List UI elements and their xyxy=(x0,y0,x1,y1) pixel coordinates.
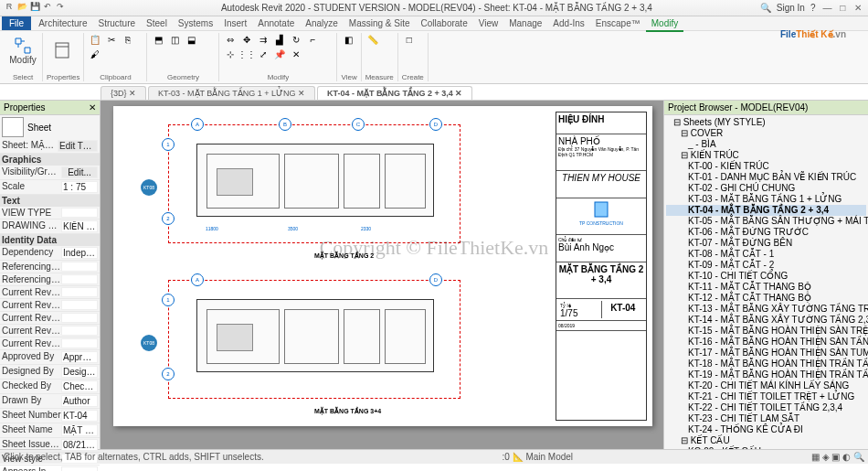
tree-node[interactable]: KT-18 - MẶT BẰNG HOÀN THIỆN TRẦN TẦNG T xyxy=(666,359,866,369)
tree-node[interactable]: ⊟ KIẾN TRÚC xyxy=(666,150,866,161)
tree-node[interactable]: KT-13 - MẶT BẰNG XÂY TƯỜNG TẦNG TRỆT + xyxy=(666,304,866,315)
prop-value[interactable] xyxy=(61,338,98,348)
tree-node[interactable]: KT-02 - GHI CHÚ CHUNG xyxy=(666,183,866,194)
move-icon[interactable]: ✥ xyxy=(239,33,254,46)
tree-node[interactable]: KT-09 - MẶT CẮT - 2 xyxy=(666,260,866,271)
sheet-view[interactable]: A B C D 1 2 11800 3500 2330 KT08 MẶT BẰN… xyxy=(113,106,652,426)
scale-icon[interactable]: ⤢ xyxy=(256,48,270,60)
offset-icon[interactable]: ⇉ xyxy=(256,33,270,46)
ribbon-tab-modify[interactable]: Modify xyxy=(646,16,683,32)
copy-icon[interactable]: ⎘ xyxy=(121,33,135,46)
delete-icon[interactable]: ✕ xyxy=(289,48,303,60)
ribbon-tab-annotate[interactable]: Annotate xyxy=(252,16,300,30)
properties-button[interactable] xyxy=(47,33,78,68)
tree-node[interactable]: KT-16 - MẶT BẰNG HOÀN THIỆN SÀN TẦNG 2, xyxy=(666,337,866,348)
tree-node[interactable]: KT-23 - CHI TIẾT LAM SẮT xyxy=(666,413,866,424)
prop-value[interactable]: Checker xyxy=(61,380,98,392)
ribbon-tab-steel[interactable]: Steel xyxy=(141,16,173,30)
paste-button[interactable]: 📋 xyxy=(88,33,102,46)
prop-value[interactable] xyxy=(61,274,98,284)
pin-icon[interactable]: 📌 xyxy=(272,48,287,60)
tree-node[interactable]: ⊟ Sheets (MY STYLE) xyxy=(666,117,866,128)
tree-node[interactable]: KT-11 - MẶT CẮT THANG BỘ xyxy=(666,282,866,293)
tree-node[interactable]: _ - BÌA xyxy=(666,139,866,150)
view-controls[interactable]: ▦ ◈ ▣ ◐ 🔍 xyxy=(811,452,864,462)
tree-node[interactable]: KT-07 - MẶT ĐỨNG BÊN xyxy=(666,238,866,249)
type-selector[interactable]: Sheet xyxy=(0,115,100,139)
tree-node[interactable]: KT-24 - THỐNG KÊ CỬA ĐI xyxy=(666,424,866,435)
tree-node[interactable]: ⊟ COVER xyxy=(666,128,866,139)
ribbon-tab-addins[interactable]: Add-Ins xyxy=(547,16,589,30)
tree-node[interactable]: KT-14 - MẶT BẰNG XÂY TƯỜNG TẦNG 2,3,4+S xyxy=(666,315,866,326)
tree-node[interactable]: KT-20 - CHI TIẾT MÁI KÍNH LẤY SÁNG xyxy=(666,380,866,391)
rotate-icon[interactable]: ↻ xyxy=(289,33,303,46)
tree-node[interactable]: KT-10 - CHI TIẾT CỔNG xyxy=(666,271,866,282)
search-icon[interactable]: 🔍 xyxy=(760,3,771,13)
ribbon-tab-systems[interactable]: Systems xyxy=(173,16,218,30)
main-model-label[interactable]: Main Model xyxy=(525,452,573,462)
redo-icon[interactable]: ↷ xyxy=(55,1,66,12)
tree-node[interactable]: KT-08 - MẶT CẮT - 1 xyxy=(666,249,866,260)
tree-node[interactable]: KC-00 - KẾT CẤU xyxy=(666,446,866,449)
ribbon-tab-insert[interactable]: Insert xyxy=(218,16,252,30)
close-icon[interactable]: ✕ xyxy=(852,3,864,13)
tree-node[interactable]: KT-03 - MẶT BẰNG TẦNG 1 + LỬNG xyxy=(666,194,866,205)
tree-node[interactable]: KT-05 - MẶT BẰNG SÂN THƯỢNG + MÁI TUM xyxy=(666,216,866,227)
view-tab[interactable]: KT-04 - MẶT BẰNG TẦNG 2 + 3,4 ✕ xyxy=(317,86,472,100)
ribbon-tab-manage[interactable]: Manage xyxy=(503,16,547,30)
file-tab[interactable]: File xyxy=(2,16,31,30)
view-icon[interactable]: ◧ xyxy=(341,33,355,46)
prop-value[interactable]: 1 : 75 xyxy=(61,181,98,193)
array-icon[interactable]: ⋮⋮ xyxy=(239,48,254,60)
ribbon-tab-architecture[interactable]: Architecture xyxy=(33,16,92,30)
ribbon-tab-collaborate[interactable]: Collaborate xyxy=(416,16,473,30)
cut-geom-icon[interactable]: ◫ xyxy=(167,33,182,46)
prop-value[interactable] xyxy=(61,262,98,272)
tree-node[interactable]: KT-01 - DANH MỤC BẢN VẼ KIẾN TRÚC xyxy=(666,172,866,183)
prop-value[interactable]: Edit... xyxy=(61,166,98,178)
view-tab[interactable]: KT-03 - MẶT BẰNG TẦNG 1 + LỬNG ✕ xyxy=(148,86,315,100)
ribbon-tab-massingsite[interactable]: Massing & Site xyxy=(344,16,416,30)
tree-node[interactable]: KT-04 - MẶT BẰNG TẦNG 2 + 3,4 xyxy=(666,205,866,216)
prop-value[interactable]: Author xyxy=(61,395,98,407)
prop-value[interactable]: Approver xyxy=(61,351,98,363)
join-icon[interactable]: ⬓ xyxy=(184,33,198,46)
modify-button[interactable]: Modify xyxy=(7,33,38,68)
prop-value[interactable]: 08/21/19 xyxy=(61,439,98,451)
edit-type-button[interactable]: Edit Type xyxy=(58,140,98,152)
undo-icon[interactable]: ↶ xyxy=(42,1,53,12)
prop-value[interactable] xyxy=(61,300,98,310)
measure-icon[interactable]: 📏 xyxy=(365,33,380,46)
ribbon-tab-analyze[interactable]: Analyze xyxy=(300,16,344,30)
prop-value[interactable] xyxy=(61,208,98,218)
signin-link[interactable]: Sign In xyxy=(777,3,805,13)
prop-value[interactable]: KIẾN TRÚC xyxy=(61,220,98,232)
ribbon-tab-view[interactable]: View xyxy=(473,16,504,30)
tree-node[interactable]: KT-12 - MẶT CẮT THANG BỘ xyxy=(666,293,866,304)
ribbon-tab-structure[interactable]: Structure xyxy=(92,16,141,30)
browser-tree[interactable]: ⊟ Sheets (MY STYLE)⊟ COVER_ - BÌA⊟ KIẾN … xyxy=(664,115,868,449)
help-icon[interactable]: ? xyxy=(810,3,816,13)
tree-node[interactable]: KT-22 - CHI TIẾT TOILET TẦNG 2,3,4 xyxy=(666,402,866,413)
tree-node[interactable]: KT-19 - MẶT BẰNG HOÀN THIỆN TRẦN TẦNG 2 xyxy=(666,369,866,380)
prop-value[interactable]: MẶT BẰNG TẦ... xyxy=(61,424,98,436)
tree-node[interactable]: KT-00 - KIẾN TRÚC xyxy=(666,161,866,172)
tree-node[interactable]: ⊟ KẾT CẤU xyxy=(666,435,866,446)
save-icon[interactable]: 💾 xyxy=(29,1,40,12)
tree-node[interactable]: KT-06 - MẶT ĐỨNG TRƯỚC xyxy=(666,227,866,238)
tree-node[interactable]: KT-15 - MẶT BẰNG HOÀN THIỆN SÀN TRỆT + L xyxy=(666,326,866,337)
mirror-icon[interactable]: ▟ xyxy=(272,33,287,46)
align-icon[interactable]: ⇔ xyxy=(223,33,238,46)
min-icon[interactable]: — xyxy=(820,3,833,13)
prop-value[interactable] xyxy=(61,326,98,336)
prop-value[interactable]: Designer xyxy=(61,366,98,378)
trim-icon[interactable]: ⌐ xyxy=(305,33,320,46)
view-tab[interactable]: {3D} ✕ xyxy=(101,86,146,100)
prop-value[interactable] xyxy=(61,313,98,323)
cope-icon[interactable]: ⬒ xyxy=(151,33,165,46)
drawing-canvas[interactable]: A B C D 1 2 11800 3500 2330 KT08 MẶT BẰN… xyxy=(101,101,663,449)
split-icon[interactable]: ⊹ xyxy=(223,48,238,60)
match-icon[interactable]: 🖌 xyxy=(88,48,102,60)
create-icon[interactable]: □ xyxy=(402,33,417,46)
max-icon[interactable]: □ xyxy=(836,3,849,13)
